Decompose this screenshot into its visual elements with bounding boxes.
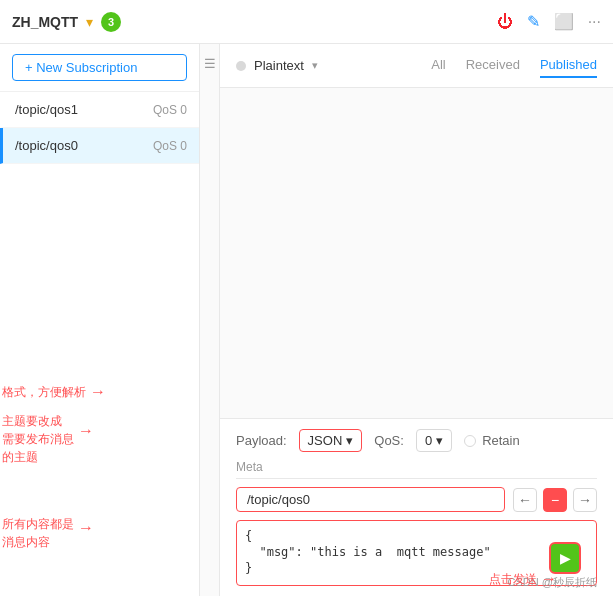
qos-badge: QoS 0 — [153, 139, 187, 153]
qos-label: QoS: — [374, 433, 404, 448]
messages-area — [220, 88, 613, 418]
topbar-left: ZH_MQTT ▾ 3 — [12, 12, 121, 32]
payload-line-1: { — [245, 529, 588, 543]
meta-tab-label: Meta — [236, 460, 263, 474]
meta-tab[interactable]: Meta — [236, 460, 597, 479]
connection-status-dot — [236, 61, 246, 71]
message-tabs: All Received Published — [431, 53, 597, 78]
payload-type-select[interactable]: JSON ▾ — [299, 429, 363, 452]
tab-published[interactable]: Published — [540, 53, 597, 78]
forward-button[interactable]: → — [573, 488, 597, 512]
annotation-content-arrow: → — [78, 519, 94, 537]
subscription-item-qos1[interactable]: /topic/qos1 QoS 0 — [0, 92, 199, 128]
connection-dropdown-icon: ▾ — [312, 59, 318, 72]
annotation-content: 所有内容都是消息内容 → — [2, 515, 94, 551]
qos-arrow: ▾ — [436, 433, 443, 448]
annotation-topic: 主题要改成需要发布消息的主题 → — [2, 412, 94, 466]
annotation-format: 格式，方便解析 → — [2, 383, 106, 401]
minus-button[interactable]: − — [543, 488, 567, 512]
annotation-format-arrow: → — [90, 383, 106, 401]
new-subscription-button[interactable]: + New Subscription — [12, 54, 187, 81]
annotation-topic-arrow: → — [78, 422, 94, 440]
send-icon: ▶ — [560, 550, 571, 566]
connection-badge: 3 — [101, 12, 121, 32]
sidebar-header: + New Subscription — [0, 44, 199, 92]
main-layout: + New Subscription /topic/qos1 QoS 0 /to… — [0, 44, 613, 596]
retain-label: Retain — [482, 433, 520, 448]
annotation-send-arrow: → — [541, 570, 557, 588]
topic-label: /topic/qos1 — [15, 102, 78, 117]
back-button[interactable]: ← — [513, 488, 537, 512]
edit-icon[interactable]: ✎ — [527, 12, 540, 31]
annotation-topic-text: 主题要改成需要发布消息的主题 — [2, 412, 74, 466]
power-icon[interactable]: ⏻ — [497, 13, 513, 31]
qos-select[interactable]: 0 ▾ — [416, 429, 452, 452]
payload-type-value: JSON — [308, 433, 343, 448]
compose-options-row: Payload: JSON ▾ QoS: 0 ▾ Retain — [236, 429, 597, 452]
qos-badge: QoS 0 — [153, 103, 187, 117]
payload-line-2: "msg": "this is a mqtt message" — [245, 545, 588, 559]
more-icon[interactable]: ··· — [588, 13, 601, 31]
topbar-right: ⏻ ✎ ⬜ ··· — [497, 12, 601, 31]
sidebar-collapse-button[interactable]: ☰ — [200, 44, 220, 596]
window-icon[interactable]: ⬜ — [554, 12, 574, 31]
tab-all[interactable]: All — [431, 53, 445, 78]
topic-label: /topic/qos0 — [15, 138, 78, 153]
dropdown-arrow-icon[interactable]: ▾ — [86, 14, 93, 30]
sidebar: + New Subscription /topic/qos1 QoS 0 /to… — [0, 44, 200, 596]
topbar: ZH_MQTT ▾ 3 ⏻ ✎ ⬜ ··· — [0, 0, 613, 44]
right-panel: Plaintext ▾ All Received Published Paylo… — [220, 44, 613, 596]
topic-actions: ← − → — [513, 488, 597, 512]
connection-type-label: Plaintext — [254, 58, 304, 73]
annotation-format-text: 格式，方便解析 — [2, 384, 86, 401]
retain-option: Retain — [464, 433, 520, 448]
annotation-content-text: 所有内容都是消息内容 — [2, 515, 74, 551]
retain-radio[interactable] — [464, 435, 476, 447]
topic-row: ← − → — [236, 487, 597, 512]
topic-input[interactable] — [236, 487, 505, 512]
connection-title: ZH_MQTT — [12, 14, 78, 30]
connection-selector[interactable]: Plaintext ▾ — [236, 58, 318, 73]
payload-type-arrow: ▾ — [346, 433, 353, 448]
collapse-icon: ☰ — [204, 56, 216, 71]
qos-value: 0 — [425, 433, 432, 448]
right-topbar: Plaintext ▾ All Received Published — [220, 44, 613, 88]
subscription-item-qos0[interactable]: /topic/qos0 QoS 0 — [0, 128, 199, 164]
annotation-send-text: 点击发送 — [489, 571, 537, 588]
tab-received[interactable]: Received — [466, 53, 520, 78]
annotation-send: 点击发送 → — [489, 570, 557, 588]
payload-label: Payload: — [236, 433, 287, 448]
